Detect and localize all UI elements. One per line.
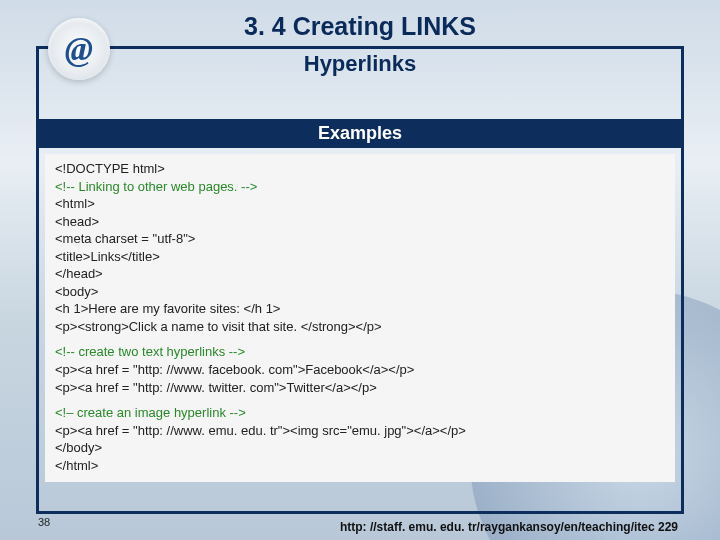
code-line: <p><a href = "http: //www. twitter. com"… (55, 379, 665, 397)
code-line: </head> (55, 265, 665, 283)
code-line: <h 1>Here are my favorite sites: </h 1> (55, 300, 665, 318)
examples-header: Examples (39, 119, 681, 148)
code-line: <body> (55, 283, 665, 301)
code-line: <head> (55, 213, 665, 231)
page-number: 38 (38, 516, 50, 528)
code-line: </body> (55, 439, 665, 457)
slide-subtitle: Hyperlinks (39, 51, 681, 77)
code-line: <p><a href = "http: //www. facebook. com… (55, 361, 665, 379)
code-line: <p><a href = "http: //www. emu. edu. tr"… (55, 422, 665, 440)
content-frame: Hyperlinks Examples <!DOCTYPE html> <!--… (36, 46, 684, 514)
code-line: <p><strong>Click a name to visit that si… (55, 318, 665, 336)
code-example-box: <!DOCTYPE html> <!-- Linking to other we… (45, 154, 675, 482)
code-line: <!DOCTYPE html> (55, 160, 665, 178)
at-icon: @ (48, 18, 110, 80)
code-comment: <!-- create two text hyperlinks --> (55, 343, 665, 361)
code-comment: <!– create an image hyperlink --> (55, 404, 665, 422)
footer-url: http: //staff. emu. edu. tr/raygankansoy… (340, 520, 678, 534)
code-line: <title>Links</title> (55, 248, 665, 266)
code-line: <html> (55, 195, 665, 213)
code-line: <meta charset = "utf-8"> (55, 230, 665, 248)
code-comment: <!-- Linking to other web pages. --> (55, 178, 665, 196)
code-line: </html> (55, 457, 665, 475)
slide-title: 3. 4 Creating LINKS (0, 0, 720, 41)
